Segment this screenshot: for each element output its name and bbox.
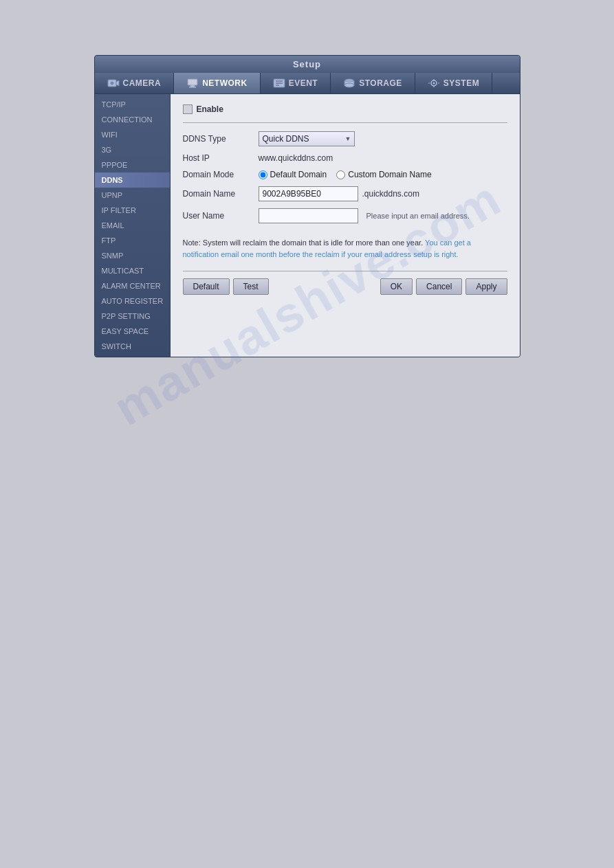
tab-network[interactable]: NETWORK (174, 73, 261, 93)
domain-mode-label: Domain Mode (183, 170, 259, 179)
sidebar-item-multicast[interactable]: MULTICAST (95, 263, 170, 278)
sidebar-item-pppoe[interactable]: PPPOE (95, 157, 170, 173)
setup-title: Setup (293, 59, 321, 69)
sidebar-item-connection[interactable]: CONNECTION (95, 112, 170, 127)
user-name-input[interactable] (259, 208, 358, 223)
ddns-type-control: Quick DDNS NO-IP CN99 DDNS Dyndns (259, 131, 507, 146)
radio-custom-domain-input[interactable] (336, 170, 345, 179)
svg-point-2 (110, 82, 113, 85)
user-name-row: User Name Please input an email address. (183, 208, 507, 223)
domain-name-control: .quickddns.com (259, 186, 507, 201)
ddns-type-label: DDNS Type (183, 134, 259, 144)
btn-group-left: Default Test (183, 278, 269, 295)
enable-checkbox[interactable] (183, 104, 193, 114)
sidebar-item-alarmcenter[interactable]: ALARM CENTER (95, 278, 170, 293)
btn-group-right: OK Cancel Apply (380, 278, 507, 295)
tab-network-label: NETWORK (202, 78, 248, 88)
sidebar-item-tcpip[interactable]: TCP/IP (95, 97, 170, 112)
tab-system[interactable]: SYSTEM (415, 73, 492, 93)
host-ip-label: Host IP (183, 153, 259, 163)
host-ip-row: Host IP www.quickddns.com (183, 153, 507, 163)
note-text1: Note: System will reclaim the domain tha… (183, 238, 426, 247)
sidebar-item-easyspace[interactable]: EASY SPACE (95, 324, 170, 339)
radio-custom-domain-label: Custom Domain Name (348, 170, 431, 179)
apply-button[interactable]: Apply (465, 278, 507, 295)
svg-rect-5 (189, 87, 196, 88)
system-icon (428, 78, 440, 88)
sidebar-item-autoregister[interactable]: AUTO REGISTER (95, 293, 170, 309)
host-ip-value: www.quickddns.com (259, 153, 333, 163)
user-name-control: Please input an email address. (259, 208, 507, 223)
svg-rect-3 (188, 79, 197, 85)
tab-event[interactable]: EVENT (261, 73, 331, 93)
event-icon (273, 78, 285, 88)
test-button[interactable]: Test (233, 278, 269, 295)
network-icon (186, 78, 199, 88)
svg-point-14 (432, 82, 435, 85)
storage-icon (343, 78, 355, 88)
ok-button[interactable]: OK (380, 278, 413, 295)
radio-custom-domain[interactable]: Custom Domain Name (336, 170, 431, 179)
domain-name-suffix: .quickddns.com (362, 189, 419, 199)
ddns-type-select[interactable]: Quick DDNS NO-IP CN99 DDNS Dyndns (259, 131, 355, 146)
svg-marker-1 (116, 80, 119, 86)
note-section: Note: System will reclaim the domain tha… (183, 237, 507, 260)
content-area: TCP/IP CONNECTION WIFI 3G PPPOE DDNS (95, 94, 520, 357)
ddns-type-select-wrapper: Quick DDNS NO-IP CN99 DDNS Dyndns (259, 131, 355, 146)
tab-camera[interactable]: CAMERA (95, 73, 175, 93)
sidebar-item-ftp[interactable]: FTP (95, 233, 170, 248)
domain-name-row: Domain Name .quickddns.com (183, 186, 507, 201)
main-panel: Enable DDNS Type Quick DDNS NO-IP CN99 D… (171, 94, 520, 357)
sidebar: TCP/IP CONNECTION WIFI 3G PPPOE DDNS (95, 94, 171, 357)
domain-mode-control: Default Domain Custom Domain Name (259, 170, 507, 179)
radio-default-domain-label: Default Domain (270, 170, 327, 179)
user-name-placeholder: Please input an email address. (366, 212, 470, 220)
sidebar-item-upnp[interactable]: UPNP (95, 188, 170, 203)
tab-event-label: EVENT (289, 78, 318, 88)
camera-icon (107, 78, 120, 88)
cancel-button[interactable]: Cancel (416, 278, 462, 295)
enable-row: Enable (183, 104, 507, 114)
tab-storage-label: STORAGE (359, 78, 402, 88)
sidebar-item-ddns[interactable]: DDNS (95, 173, 170, 188)
sidebar-item-switch[interactable]: SWITCH (95, 339, 170, 354)
domain-mode-row: Domain Mode Default Domain Custom Domain… (183, 170, 507, 179)
sidebar-item-ipfilter[interactable]: IP FILTER (95, 203, 170, 218)
svg-point-12 (344, 83, 354, 87)
default-button[interactable]: Default (183, 278, 230, 295)
divider (183, 122, 507, 123)
top-nav: CAMERA NETWORK (95, 73, 520, 94)
host-ip-control: www.quickddns.com (259, 153, 507, 163)
ddns-type-row: DDNS Type Quick DDNS NO-IP CN99 DDNS Dyn… (183, 131, 507, 146)
sidebar-item-snmp[interactable]: SNMP (95, 248, 170, 263)
enable-label: Enable (197, 104, 223, 114)
sidebar-item-wifi[interactable]: WIFI (95, 127, 170, 142)
user-name-label: User Name (183, 211, 259, 221)
tab-camera-label: CAMERA (123, 78, 162, 88)
sidebar-item-3g[interactable]: 3G (95, 142, 170, 157)
svg-rect-4 (190, 85, 195, 87)
domain-name-input[interactable] (259, 186, 358, 201)
sidebar-item-email[interactable]: EMAIL (95, 218, 170, 233)
bottom-buttons: Default Test OK Cancel Apply (183, 271, 507, 295)
tab-system-label: SYSTEM (443, 78, 479, 88)
setup-container: Setup CAMERA (94, 55, 520, 357)
domain-name-label: Domain Name (183, 189, 259, 199)
tab-storage[interactable]: STORAGE (331, 73, 415, 93)
setup-title-bar: Setup (95, 56, 520, 73)
radio-default-domain-input[interactable] (259, 170, 267, 179)
sidebar-item-p2psetting[interactable]: P2P SETTING (95, 309, 170, 324)
radio-default-domain[interactable]: Default Domain (259, 170, 327, 179)
